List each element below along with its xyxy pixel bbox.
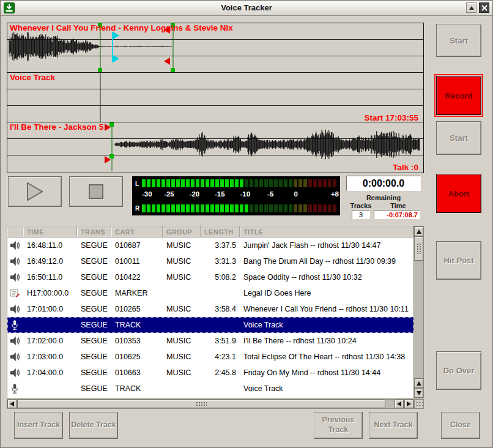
- scroll-left-button[interactable]: [7, 400, 17, 408]
- cell-group: MUSIC: [163, 368, 201, 377]
- chevron-up-icon: [469, 6, 474, 10]
- cell-title: Bang The Drum All Day -- rdhost 11/30 09…: [240, 257, 413, 266]
- hit-post-button[interactable]: Hit Post: [436, 241, 481, 280]
- track-title: Voice Track: [10, 73, 55, 82]
- previous-track-button[interactable]: Previous Track: [314, 412, 363, 439]
- start-button-1[interactable]: Start: [436, 24, 481, 57]
- time-label: Time: [376, 202, 421, 209]
- table-row[interactable]: 16:48:11.0SEGUE010687MUSIC3:37.5Jumpin' …: [7, 237, 413, 253]
- record-button[interactable]: Record: [436, 76, 481, 115]
- cell-trans: SEGUE: [77, 368, 111, 377]
- table-row[interactable]: 16:50:11.0SEGUE010422MUSIC5:08.2Space Od…: [7, 269, 413, 285]
- grid-line: [7, 138, 423, 139]
- cell-cart: 010011: [111, 257, 163, 266]
- cell-title: Friday On My Mind -- rdhost 11/30 14:44: [240, 368, 413, 377]
- titlebar[interactable]: Voice Tracker: [1, 1, 492, 16]
- track-panel-voice[interactable]: Voice Track Start 17:03:55: [7, 72, 424, 124]
- meter-scale-label: -10: [240, 190, 250, 198]
- delete-track-button[interactable]: Delete Track: [69, 412, 118, 439]
- cell-trans: SEGUE: [77, 321, 111, 329]
- cell-cart: 010625: [111, 353, 163, 361]
- scroll-down-button[interactable]: [414, 388, 423, 398]
- scroll-up-button-2[interactable]: [414, 378, 423, 388]
- column-header-group[interactable]: GROUP: [163, 226, 201, 237]
- play-button[interactable]: [8, 176, 62, 207]
- speaker-icon: [7, 240, 23, 251]
- track-talk-time: Talk :0: [393, 163, 418, 172]
- stop-button[interactable]: [69, 176, 123, 207]
- cell-cart: 010265: [111, 305, 163, 313]
- elapsed-time-display: 0:00:00.0: [346, 176, 421, 191]
- arrow-left-icon: [10, 401, 14, 406]
- cell-trans: SEGUE: [77, 384, 111, 393]
- start-button-2[interactable]: Start: [436, 121, 481, 155]
- grid-line: [7, 39, 423, 40]
- vertical-scrollbar[interactable]: [413, 226, 423, 398]
- cell-group: MUSIC: [163, 241, 201, 250]
- meter-scale-label: -25: [164, 190, 174, 198]
- table-row[interactable]: 17:01:00.0SEGUE010265MUSIC3:58.4Whenever…: [7, 301, 413, 317]
- cell-cart: 010422: [111, 273, 163, 282]
- speaker-icon: [7, 351, 23, 362]
- table-row[interactable]: 17:04:00.0SEGUE010663MUSIC2:45.8Friday O…: [7, 365, 413, 381]
- column-header-title[interactable]: TITLE: [240, 226, 413, 237]
- cell-group: MUSIC: [163, 305, 201, 313]
- table-row[interactable]: 17:02:00.0SEGUE010353MUSIC3:51.9I'll Be …: [7, 333, 413, 349]
- next-track-button[interactable]: Next Track: [369, 412, 418, 439]
- track-panel-music-after[interactable]: I'll Be There - Jackson 5 Talk :0: [7, 122, 424, 173]
- column-header-cart[interactable]: CART: [111, 226, 163, 237]
- meter-scale-label: 0: [294, 190, 297, 198]
- track-markers: [7, 73, 422, 122]
- play-icon: [26, 182, 44, 201]
- speaker-icon: [7, 256, 23, 267]
- column-header-length[interactable]: LENGTH: [201, 226, 240, 237]
- insert-track-button[interactable]: Insert Track: [14, 412, 63, 439]
- horizontal-scrollbar-thumb[interactable]: [17, 400, 385, 408]
- scroll-right-button[interactable]: [404, 400, 413, 408]
- cell-trans: SEGUE: [77, 241, 111, 250]
- scroll-left-button-2[interactable]: [395, 400, 404, 408]
- track-panel-music-before[interactable]: Whenever I Call You Friend - Kenny Loggi…: [7, 23, 424, 74]
- table-row[interactable]: 16:49:12.0SEGUE010011MUSIC3:31.3Bang The…: [7, 253, 413, 269]
- cell-title: Whenever I Call You Friend -- rdhost 11/…: [240, 305, 413, 313]
- meter-right-bar: [142, 204, 339, 212]
- cell-cart: 010663: [111, 368, 163, 377]
- close-button[interactable]: Close: [441, 412, 480, 439]
- scroll-up-button[interactable]: [414, 226, 423, 236]
- vertical-scrollbar-thumb[interactable]: [414, 236, 423, 261]
- cell-length: 5:08.2: [201, 273, 240, 282]
- column-header-trans[interactable]: TRANS: [77, 226, 111, 237]
- arrow-up-icon: [417, 230, 421, 234]
- window-title: Voice Tracker: [1, 3, 492, 12]
- arrow-right-icon: [407, 401, 411, 406]
- speaker-icon: [7, 304, 23, 315]
- grid-line: [7, 155, 423, 155]
- table-header: TIME TRANS CART GROUP LENGTH TITLE: [7, 226, 413, 237]
- close-window-button[interactable]: [479, 2, 489, 13]
- column-header-icon[interactable]: [7, 226, 23, 237]
- tracks-remaining-value: 3: [352, 210, 370, 219]
- meter-scale: -30-25-20-15-10-50+8: [142, 190, 339, 201]
- shade-button[interactable]: [466, 2, 476, 13]
- track-start-time: Start 17:03:55: [364, 113, 418, 122]
- table-row[interactable]: SEGUETRACKVoice Track: [7, 381, 413, 397]
- cell-trans: SEGUE: [77, 337, 111, 345]
- horizontal-scrollbar[interactable]: [7, 399, 414, 409]
- arrow-left-icon: [397, 401, 401, 406]
- microphone-icon: [7, 383, 23, 394]
- table-row[interactable]: H17:00:00.0SEGUEMARKERLegal ID Goes Here: [7, 285, 413, 301]
- cell-group: MUSIC: [163, 273, 201, 282]
- table-row[interactable]: SEGUETRACKVoice Track: [7, 317, 413, 333]
- cell-cart: TRACK: [111, 321, 163, 329]
- meter-scale-label: -15: [215, 190, 225, 198]
- meter-left-bar: [142, 179, 339, 187]
- speaker-icon: [7, 367, 23, 378]
- cell-time: 16:49:12.0: [23, 257, 77, 266]
- do-over-button[interactable]: Do Over: [436, 351, 481, 390]
- abort-button[interactable]: Abort: [436, 174, 481, 213]
- speaker-icon: [7, 335, 23, 346]
- arrow-up-icon: [417, 381, 421, 386]
- column-header-time[interactable]: TIME: [23, 226, 77, 237]
- table-row[interactable]: 17:03:00.0SEGUE010625MUSIC4:23.1Total Ec…: [7, 349, 413, 365]
- grid-line: [7, 56, 423, 56]
